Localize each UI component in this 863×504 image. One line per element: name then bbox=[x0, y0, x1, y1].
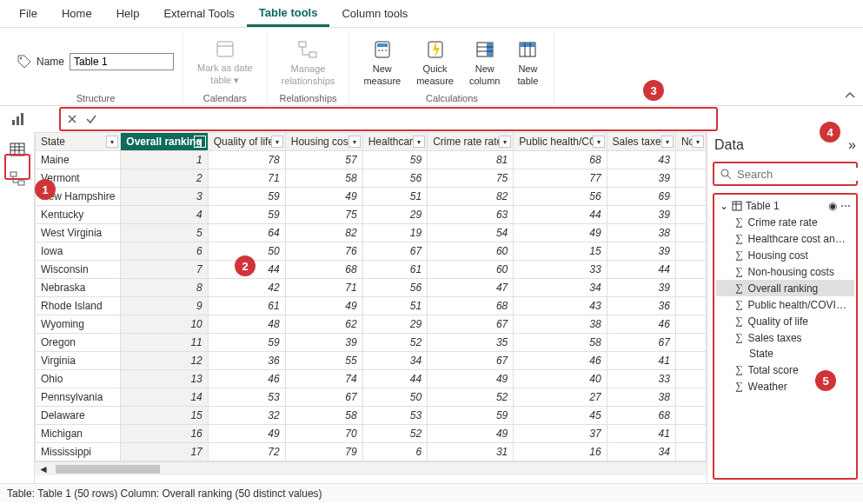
cell-state[interactable]: Kentucky bbox=[36, 206, 121, 224]
cell-value[interactable]: 50 bbox=[362, 388, 427, 407]
table-name-input[interactable] bbox=[70, 53, 174, 70]
cell-value[interactable]: 8 bbox=[121, 279, 208, 297]
cell-value[interactable]: 58 bbox=[285, 169, 362, 188]
cell-value[interactable]: 36 bbox=[607, 297, 675, 315]
field-item[interactable]: ∑Public health/COVID... bbox=[716, 296, 854, 313]
cell-value[interactable]: 40 bbox=[514, 370, 607, 388]
model-view-button[interactable] bbox=[5, 167, 30, 191]
cell-value[interactable]: 41 bbox=[607, 352, 675, 370]
cell-value[interactable]: 82 bbox=[428, 188, 514, 206]
cell-value[interactable]: 67 bbox=[428, 315, 514, 334]
cell-value[interactable]: 9 bbox=[121, 297, 208, 315]
cell-value[interactable]: 68 bbox=[428, 297, 514, 315]
cell-value[interactable]: 5 bbox=[121, 224, 208, 242]
manage-relationships-button[interactable]: Manage relationships bbox=[276, 34, 341, 90]
tab-file[interactable]: File bbox=[7, 2, 50, 25]
table-row[interactable]: Kentucky4597529634439 bbox=[36, 206, 707, 224]
report-view-icon[interactable] bbox=[10, 111, 26, 127]
cell-value[interactable]: 56 bbox=[362, 279, 427, 297]
cell-value[interactable]: 3 bbox=[121, 188, 208, 206]
column-header[interactable]: Sales taxes▾ bbox=[607, 133, 675, 151]
cell-value[interactable]: 59 bbox=[428, 407, 514, 425]
cell-value[interactable]: 52 bbox=[362, 334, 427, 352]
cell-state[interactable]: Wisconsin bbox=[36, 261, 121, 279]
table-row[interactable]: West Virginia5648219544938 bbox=[36, 224, 707, 242]
field-item[interactable]: ∑Overall ranking bbox=[716, 280, 854, 296]
column-header[interactable]: Housing cost▾ bbox=[285, 133, 362, 151]
cell-value[interactable]: 29 bbox=[362, 206, 427, 224]
cell-value[interactable]: 46 bbox=[208, 370, 285, 388]
table-row[interactable]: Vermont2715856757739 bbox=[36, 169, 707, 188]
column-header[interactable]: Public health/CO▾ bbox=[514, 133, 607, 151]
table-row[interactable]: Mississippi1772796311634 bbox=[36, 443, 707, 461]
table-row[interactable]: Wisconsin7446861603344 bbox=[36, 261, 707, 279]
tab-help[interactable]: Help bbox=[104, 2, 152, 25]
cell-value[interactable]: 67 bbox=[285, 388, 362, 407]
cell-value[interactable]: 11 bbox=[121, 334, 208, 352]
tab-external-tools[interactable]: External Tools bbox=[151, 2, 246, 25]
cell-value[interactable]: 39 bbox=[285, 334, 362, 352]
field-item[interactable]: ∑Sales taxes bbox=[716, 329, 854, 346]
cell-value[interactable]: 49 bbox=[285, 188, 362, 206]
cell-value[interactable]: 1 bbox=[121, 151, 208, 169]
cell-value[interactable]: 46 bbox=[514, 352, 607, 370]
cell-state[interactable]: Nebraska bbox=[36, 279, 121, 297]
table-row[interactable]: New Hampshire3594951825669 bbox=[36, 188, 707, 206]
column-filter-icon[interactable]: ▾ bbox=[499, 136, 511, 148]
cell-value[interactable]: 81 bbox=[428, 151, 514, 169]
cell-value[interactable]: 47 bbox=[428, 279, 514, 297]
cell-value[interactable]: 55 bbox=[285, 352, 362, 370]
new-table-button[interactable]: New table bbox=[510, 34, 545, 90]
cell-state[interactable]: Oregon bbox=[36, 334, 121, 352]
cell-state[interactable]: Michigan bbox=[36, 425, 121, 443]
cell-state[interactable]: Iowa bbox=[36, 242, 121, 261]
field-item[interactable]: ∑Housing cost bbox=[716, 247, 854, 263]
cell-value[interactable]: 15 bbox=[121, 407, 208, 425]
cell-state[interactable]: Virginia bbox=[36, 352, 121, 370]
cell-value[interactable]: 52 bbox=[428, 388, 514, 407]
cell-value[interactable]: 58 bbox=[514, 334, 607, 352]
cell-value[interactable]: 14 bbox=[121, 388, 208, 407]
field-item[interactable]: ∑Non-housing costs bbox=[716, 263, 854, 280]
cell-state[interactable]: Maine bbox=[36, 151, 121, 169]
cell-value[interactable]: 7 bbox=[121, 261, 208, 279]
cell-value[interactable]: 33 bbox=[514, 261, 607, 279]
cell-value[interactable]: 31 bbox=[428, 443, 514, 461]
cell-value[interactable]: 71 bbox=[208, 169, 285, 188]
cell-state[interactable]: Ohio bbox=[36, 370, 121, 388]
cell-value[interactable]: 39 bbox=[607, 242, 675, 261]
column-header[interactable]: Overall ranking▾ bbox=[121, 133, 208, 151]
table-row[interactable]: Maine1785759816843 bbox=[36, 151, 707, 169]
cell-value[interactable]: 37 bbox=[514, 425, 607, 443]
cell-value[interactable]: 34 bbox=[514, 279, 607, 297]
column-header[interactable]: State▾ bbox=[36, 133, 121, 151]
cell-value[interactable]: 32 bbox=[208, 407, 285, 425]
cell-value[interactable]: 67 bbox=[428, 352, 514, 370]
cell-value[interactable]: 10 bbox=[121, 315, 208, 334]
cell-value[interactable]: 6 bbox=[362, 443, 427, 461]
cell-value[interactable]: 63 bbox=[428, 206, 514, 224]
table-row[interactable]: Nebraska8427156473439 bbox=[36, 279, 707, 297]
cell-value[interactable]: 72 bbox=[208, 443, 285, 461]
cell-state[interactable]: Mississippi bbox=[36, 443, 121, 461]
tab-table-tools[interactable]: Table tools bbox=[247, 1, 330, 27]
cell-state[interactable]: Rhode Island bbox=[36, 297, 121, 315]
cell-value[interactable]: 13 bbox=[121, 370, 208, 388]
search-input[interactable] bbox=[737, 168, 863, 181]
cell-value[interactable]: 51 bbox=[362, 297, 427, 315]
cell-value[interactable]: 67 bbox=[607, 334, 675, 352]
data-view-button[interactable] bbox=[5, 137, 30, 162]
cell-value[interactable]: 68 bbox=[285, 261, 362, 279]
cell-state[interactable]: Wyoming bbox=[36, 315, 121, 334]
table-row[interactable]: Rhode Island9614951684336 bbox=[36, 297, 707, 315]
cell-value[interactable]: 68 bbox=[607, 407, 675, 425]
collapse-ribbon-icon[interactable] bbox=[844, 90, 856, 102]
column-filter-icon[interactable]: ▾ bbox=[349, 136, 361, 148]
cell-value[interactable]: 53 bbox=[208, 388, 285, 407]
cell-value[interactable]: 49 bbox=[208, 425, 285, 443]
cell-value[interactable]: 4 bbox=[121, 206, 208, 224]
cell-value[interactable]: 67 bbox=[362, 242, 427, 261]
table-row[interactable]: Ohio13467444494033 bbox=[36, 370, 707, 388]
cell-value[interactable]: 38 bbox=[607, 388, 675, 407]
cell-value[interactable]: 16 bbox=[121, 425, 208, 443]
